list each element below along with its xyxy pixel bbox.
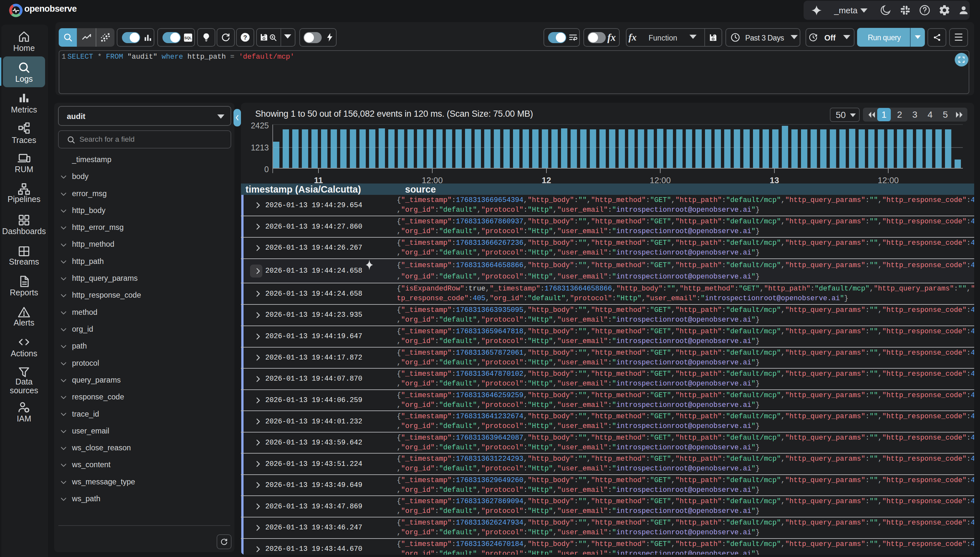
svg-text:SQL: SQL [184,36,192,40]
svg-text:?: ? [243,34,247,41]
